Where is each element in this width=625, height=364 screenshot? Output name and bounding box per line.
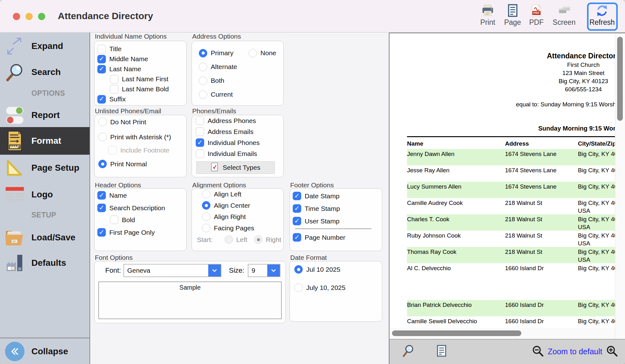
pdf-button[interactable]: PDF PDF: [522, 4, 551, 27]
vertical-scrollbar-thumb[interactable]: [617, 37, 623, 121]
checkbox-user-stamp[interactable]: User Stamp: [293, 217, 382, 225]
radio-start-left-disabled[interactable]: [225, 235, 233, 244]
folder-icon: [4, 228, 25, 247]
checkbox-suffix[interactable]: Suffix: [97, 94, 186, 104]
preview-search-button[interactable]: [402, 344, 415, 359]
radio[interactable]: [202, 224, 210, 232]
checkbox-middle-name[interactable]: Middle Name: [97, 54, 186, 64]
zoom-window-button[interactable]: [38, 13, 45, 20]
radio-selected[interactable]: [98, 160, 107, 168]
radio[interactable]: [98, 133, 107, 141]
checkbox-checked[interactable]: [97, 95, 106, 104]
radio-align-center[interactable]: Align Center: [202, 201, 283, 210]
radio-selected[interactable]: [199, 49, 207, 57]
checkbox-time-stamp[interactable]: Time Stamp: [293, 204, 382, 213]
checkbox[interactable]: [196, 149, 204, 158]
checkbox[interactable]: [196, 116, 204, 125]
checkbox-bold[interactable]: Bold: [110, 216, 186, 224]
radio-none[interactable]: None: [248, 49, 276, 57]
radio-alternate[interactable]: Alternate: [199, 60, 283, 74]
refresh-button[interactable]: Refresh: [588, 4, 616, 27]
radio-do-not-print[interactable]: Do Not Print: [98, 118, 186, 126]
radio-align-left[interactable]: Align Left: [202, 190, 283, 198]
sidebar-item-defaults[interactable]: Defaults: [0, 250, 90, 276]
radio-print-asterisk[interactable]: Print with Asterisk (*): [98, 133, 186, 141]
checkbox-include-footnote[interactable]: Include Footnote: [108, 146, 186, 154]
chevron-down-icon[interactable]: [267, 265, 280, 276]
checkbox-checked[interactable]: [97, 204, 106, 212]
screen-button[interactable]: Screen: [550, 4, 578, 27]
checkbox[interactable]: [110, 85, 118, 94]
checkbox-last-name-first[interactable]: Last Name First: [110, 74, 186, 84]
zoom-out-icon[interactable]: [531, 345, 545, 359]
checkbox-name[interactable]: Name: [97, 191, 186, 200]
radio-date-long[interactable]: July 10, 2025: [294, 283, 382, 292]
address-options-group: Primary None Alternate Both Current: [192, 41, 284, 106]
radio-selected[interactable]: [294, 265, 303, 274]
sidebar-item-load-save[interactable]: Load/Save: [0, 224, 90, 251]
radio-primary[interactable]: Primary: [199, 49, 233, 57]
radio-current[interactable]: Current: [199, 88, 283, 101]
radio[interactable]: [248, 49, 257, 57]
checkbox-date-stamp[interactable]: Date Stamp: [293, 192, 382, 200]
checkbox-checked[interactable]: [293, 233, 301, 242]
checkbox-individual-emails[interactable]: Individual Emails: [196, 149, 283, 158]
checkbox-address-phones[interactable]: Address Phones: [196, 116, 283, 125]
checkbox[interactable]: [110, 216, 118, 224]
radio[interactable]: [202, 212, 210, 221]
radio[interactable]: [294, 283, 303, 292]
checkbox-checked[interactable]: [97, 228, 106, 237]
radio-start-right-disabled[interactable]: [254, 235, 263, 244]
zoom-in-icon[interactable]: [606, 345, 619, 359]
checkbox-checked[interactable]: [293, 217, 301, 225]
close-window-button[interactable]: [13, 13, 20, 20]
checkbox-checked[interactable]: [196, 138, 204, 147]
radio-print-normal[interactable]: Print Normal: [98, 160, 186, 168]
checkbox-address-emails[interactable]: Address Emails: [196, 127, 283, 136]
group-title-footer: Footer Options: [290, 181, 334, 189]
checkbox[interactable]: [196, 127, 204, 136]
checkbox[interactable]: [97, 45, 106, 53]
checkbox-disabled[interactable]: [108, 146, 117, 154]
preview-viewport[interactable]: Attendance Directory First Church 123 Ma…: [389, 33, 615, 328]
checkbox-search-description[interactable]: Search Description: [97, 204, 186, 212]
checkbox-checked[interactable]: [97, 55, 106, 63]
chevron-down-icon[interactable]: [208, 265, 221, 276]
zoom-to-default-link[interactable]: Zoom to default: [548, 347, 602, 356]
sidebar-item-logo[interactable]: Logo: [0, 181, 90, 208]
checkbox-checked[interactable]: [97, 65, 106, 73]
preview-document-button[interactable]: [436, 345, 447, 358]
print-button[interactable]: Print: [474, 4, 502, 27]
checkbox-page-number[interactable]: Page Number: [293, 233, 382, 242]
radio-both[interactable]: Both: [199, 74, 283, 88]
checkbox[interactable]: [110, 75, 118, 83]
collapse-button[interactable]: Collapse: [0, 339, 90, 364]
minimize-window-button[interactable]: [25, 13, 33, 20]
sidebar-item-page-setup[interactable]: Page Setup: [0, 155, 90, 181]
font-dropdown[interactable]: Geneva: [123, 264, 221, 277]
checkbox-last-name[interactable]: Last Name: [97, 64, 186, 74]
checkbox-checked[interactable]: [97, 191, 106, 200]
radio[interactable]: [199, 90, 207, 99]
radio-align-right[interactable]: Align Right: [202, 212, 283, 221]
checkbox-first-page-only[interactable]: First Page Only: [97, 228, 186, 237]
checkbox-title[interactable]: Title: [97, 44, 186, 54]
horizontal-scrollbar-thumb[interactable]: [392, 330, 521, 336]
sidebar-item-format[interactable]: Format: [0, 127, 90, 155]
sidebar-item-search[interactable]: Search: [0, 59, 90, 85]
radio-facing-pages[interactable]: Facing Pages: [202, 224, 283, 232]
size-dropdown[interactable]: 9: [248, 264, 280, 277]
radio[interactable]: [202, 190, 210, 198]
checkbox-checked[interactable]: [293, 204, 301, 213]
radio-date-short[interactable]: Jul 10 2025: [294, 265, 382, 274]
radio[interactable]: [199, 77, 207, 85]
select-types-button[interactable]: Select Types: [196, 161, 275, 174]
radio[interactable]: [199, 63, 207, 71]
radio-selected[interactable]: [202, 201, 210, 210]
checkbox-last-name-bold[interactable]: Last Name Bold: [110, 84, 186, 94]
sidebar-item-expand[interactable]: Expand: [0, 33, 90, 59]
checkbox-checked[interactable]: [293, 192, 301, 200]
radio[interactable]: [98, 118, 107, 126]
checkbox-individual-phones[interactable]: Individual Phones: [196, 138, 283, 147]
sidebar-item-report[interactable]: Report: [0, 102, 90, 128]
